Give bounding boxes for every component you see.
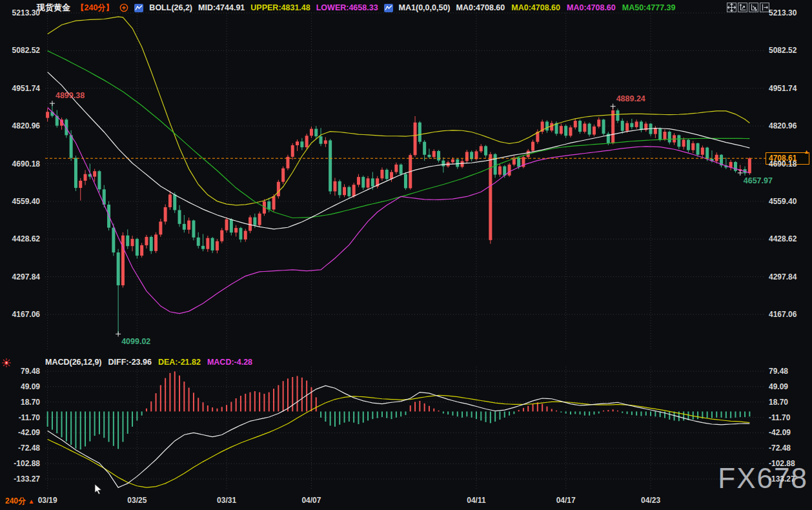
- x-axis-label: 03/19: [38, 496, 57, 505]
- boll-upper-line: [48, 17, 750, 205]
- pan-right-icon[interactable]: [760, 3, 769, 12]
- boll-lower-line: [48, 108, 750, 314]
- main-y-axis-label-right: 4820.96: [769, 121, 797, 130]
- footer-timeframe-label[interactable]: 240分: [5, 496, 26, 505]
- extreme-cross-marker: [738, 170, 743, 176]
- macd-y-axis-label-right: 79.48: [769, 367, 788, 376]
- chart-legend: 现货黄金 【240分】 BOLL(26,2) MID:4744.91 UPPER…: [37, 2, 675, 14]
- main-y-axis-label: 4167.06: [1, 310, 40, 319]
- macd-diff-value: DIFF:-23.96: [108, 358, 152, 367]
- legend-ma-value: MA0:4708.60: [511, 3, 560, 12]
- macd-y-axis-label: 49.09: [1, 382, 40, 391]
- x-axis-label: 04/07: [301, 496, 321, 505]
- macd-y-axis-label-right: -102.88: [769, 459, 795, 468]
- symbol-name: 现货黄金: [37, 2, 70, 14]
- diff-line: [48, 385, 750, 487]
- x-axis-label: 03/25: [127, 496, 147, 505]
- x-axis-label: 04/11: [467, 496, 485, 505]
- add-indicator-icon[interactable]: [119, 3, 128, 12]
- macd-y-axis-label-right: -72.48: [769, 444, 791, 453]
- macd-y-axis-label-right: 18.70: [769, 398, 788, 407]
- macd-macd-value: MACD:-4.28: [207, 358, 252, 367]
- low-price-annotation: 4657.97: [744, 176, 773, 185]
- legend-ma-value: MA50:4777.39: [622, 3, 676, 12]
- main-y-axis-label: 4690.18: [1, 159, 40, 168]
- price-up-arrow-icon: ▲: [804, 147, 809, 156]
- macd-y-axis-label: -102.88: [1, 459, 40, 468]
- main-y-axis-label: 5213.30: [1, 8, 40, 17]
- main-y-axis-label: 4559.40: [1, 197, 40, 206]
- main-y-axis-label: 4820.96: [1, 121, 40, 130]
- main-y-axis-label-right: 4297.84: [769, 272, 797, 281]
- macd-y-axis-label: -42.09: [1, 428, 40, 437]
- macd-label: MACD(26,12,9): [45, 358, 102, 367]
- main-y-axis-label-right: 4428.62: [769, 234, 797, 243]
- macd-y-axis-label-right: -133.27: [769, 474, 795, 484]
- macd-histogram-layer: [48, 371, 750, 449]
- low-price-annotation: 4099.02: [121, 337, 150, 346]
- macd-y-axis-label: -133.27: [1, 474, 40, 484]
- macd-dea-value: DEA:-21.82: [158, 358, 201, 367]
- ma-values: MA0:4708.60MA0:4708.60MA0:4708.60MA50:47…: [456, 3, 676, 12]
- ma-indicator-icon[interactable]: [384, 4, 393, 12]
- main-y-axis-label-right: 5082.52: [769, 46, 797, 55]
- x-axis-label: 04/23: [641, 496, 660, 505]
- main-y-axis-label-right: 5213.30: [769, 8, 797, 17]
- boll-lower-value: LOWER:4658.33: [316, 3, 378, 12]
- boll-upper-value: UPPER:4831.48: [250, 3, 310, 12]
- crosshair-icon[interactable]: [727, 3, 736, 12]
- x-axis-label: 03/31: [217, 496, 236, 505]
- chart-toolbar: [727, 3, 769, 12]
- macd-y-axis-label: 18.70: [1, 398, 40, 407]
- macd-y-axis-label-right: 49.09: [769, 382, 788, 391]
- boll-indicator-icon[interactable]: [134, 4, 143, 12]
- macd-y-axis-label-right: -42.09: [769, 428, 791, 437]
- boll-label: BOLL(26,2): [149, 3, 192, 12]
- macd-y-axis-label: -11.70: [1, 413, 40, 422]
- macd-y-axis-label-right: -11.70: [769, 413, 790, 422]
- dea-line: [48, 395, 750, 487]
- macd-y-axis-label: 79.48: [1, 367, 40, 376]
- x-axis-label: 04/17: [556, 496, 576, 505]
- main-y-axis-label: 4428.62: [1, 234, 40, 243]
- main-y-axis-label: 4951.74: [1, 84, 40, 93]
- ma-label: MA1(0,0,0,50): [399, 3, 451, 12]
- main-y-axis-label: 5082.52: [1, 46, 40, 55]
- chart-window: 现货黄金 【240分】 BOLL(26,2) MID:4744.91 UPPER…: [0, 0, 812, 510]
- mouse-cursor: [94, 484, 103, 497]
- footer-up-triangle-icon: ▲: [28, 498, 34, 505]
- main-y-axis-label: 4297.84: [1, 272, 40, 281]
- candles-layer: [46, 103, 751, 334]
- footer-timeframe[interactable]: 240分 ▲: [5, 496, 34, 507]
- timeframe-label[interactable]: 【240分】: [76, 3, 114, 14]
- macd-y-axis-label: -72.48: [1, 444, 40, 453]
- legend-ma-value: MA0:4708.60: [567, 3, 616, 12]
- macd-legend: MACD(26,12,9) DIFF:-23.96 DEA:-21.82 MAC…: [45, 358, 252, 367]
- extreme-cross-marker: [611, 104, 616, 109]
- extreme-cross-marker: [116, 331, 121, 336]
- y-axis-scale-icon[interactable]: [738, 3, 747, 12]
- main-y-axis-label-right: 4951.74: [769, 84, 797, 93]
- main-y-axis-label-right: 4167.06: [769, 310, 797, 319]
- high-price-annotation: 4899.38: [56, 91, 85, 100]
- high-price-annotation: 4889.24: [616, 94, 645, 103]
- main-y-axis-label-right: 4559.40: [769, 197, 797, 206]
- candlestick-and-macd-chart[interactable]: [0, 0, 812, 510]
- extreme-cross-marker: [50, 101, 55, 106]
- x-axis-scale-icon[interactable]: [749, 3, 758, 12]
- main-y-axis-label-right: 4690.18: [769, 159, 797, 168]
- boll-mid-value: MID:4744.91: [198, 3, 245, 12]
- legend-ma-value: MA0:4708.60: [456, 3, 505, 12]
